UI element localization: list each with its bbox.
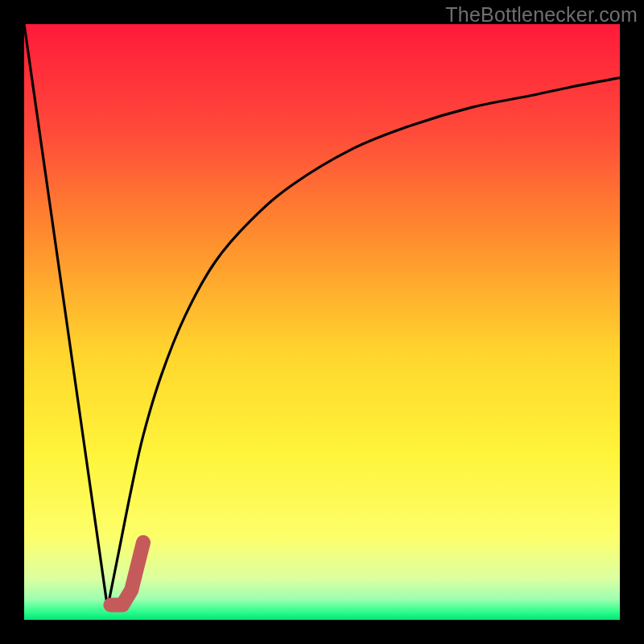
- watermark-label: TheBottlenecker.com: [445, 3, 638, 27]
- gradient-rect: [24, 24, 620, 620]
- chart-container: TheBottlenecker.com: [0, 0, 644, 644]
- bottleneck-chart: [24, 24, 620, 620]
